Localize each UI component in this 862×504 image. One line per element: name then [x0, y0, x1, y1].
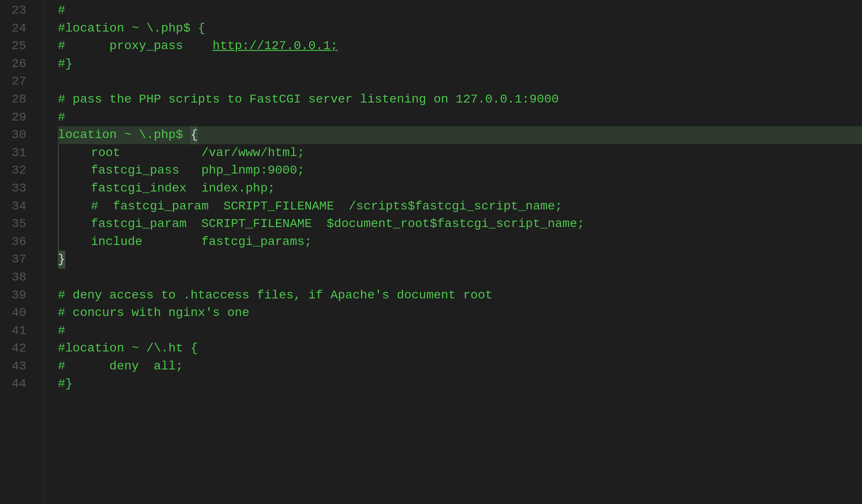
code-line-34: # fastcgi_param SCRIPT_FILENAME /scripts… — [58, 198, 862, 216]
code-line-24: #location ~ \.php$ { — [58, 20, 862, 38]
code-editor: 23 24 25 26 27 28 29 30 31 32 33 34 35 3… — [0, 0, 862, 504]
code-line-40: # concurs with nginx's one — [58, 304, 862, 322]
line-number-28: 28 — [9, 91, 35, 109]
code-content[interactable]: # #location ~ \.php$ { # proxy_pass http… — [44, 0, 862, 504]
line-number-36: 36 — [9, 233, 35, 251]
code-line-28: # pass the PHP scripts to FastCGI server… — [58, 91, 862, 109]
line-number-31: 31 — [9, 144, 35, 162]
line-number-35: 35 — [9, 215, 35, 233]
line-number-30: 30 — [9, 126, 35, 144]
code-line-38 — [58, 269, 862, 287]
line-number-32: 32 — [9, 162, 35, 180]
code-line-42: #location ~ /\.ht { — [58, 340, 862, 358]
code-line-35: fastcgi_param SCRIPT_FILENAME $document_… — [58, 215, 862, 233]
code-line-26: #} — [58, 55, 862, 73]
code-line-31: root /var/www/html; — [58, 144, 862, 162]
line-number-26: 26 — [9, 55, 35, 73]
code-line-25: # proxy_pass http://127.0.0.1; — [58, 37, 862, 55]
code-line-41: # — [58, 322, 862, 340]
code-line-33: fastcgi_index index.php; — [58, 180, 862, 198]
code-line-44: #} — [58, 375, 862, 393]
line-numbers: 23 24 25 26 27 28 29 30 31 32 33 34 35 3… — [0, 0, 44, 504]
line-number-23: 23 — [9, 2, 35, 20]
line-number-44: 44 — [9, 375, 35, 393]
code-line-23: # — [58, 2, 862, 20]
line-number-34: 34 — [9, 198, 35, 216]
line-number-38: 38 — [9, 269, 35, 287]
line-number-40: 40 — [9, 304, 35, 322]
code-line-27 — [58, 73, 862, 91]
line-number-27: 27 — [9, 73, 35, 91]
code-line-29: # — [58, 109, 862, 127]
line-number-24: 24 — [9, 20, 35, 38]
code-line-30: location ~ \.php$ { — [58, 126, 862, 144]
line-number-37: 37 — [9, 251, 35, 269]
line-number-43: 43 — [9, 358, 35, 376]
code-line-37: } — [58, 251, 862, 269]
line-number-41: 41 — [9, 322, 35, 340]
code-line-39: # deny access to .htaccess files, if Apa… — [58, 287, 862, 305]
code-line-36: include fastcgi_params; — [58, 233, 862, 251]
code-line-43: # deny all; — [58, 358, 862, 376]
line-number-29: 29 — [9, 109, 35, 127]
line-number-39: 39 — [9, 287, 35, 305]
line-number-33: 33 — [9, 180, 35, 198]
line-number-25: 25 — [9, 37, 35, 55]
code-line-32: fastcgi_pass php_lnmp:9000; — [58, 162, 862, 180]
line-number-42: 42 — [9, 340, 35, 358]
